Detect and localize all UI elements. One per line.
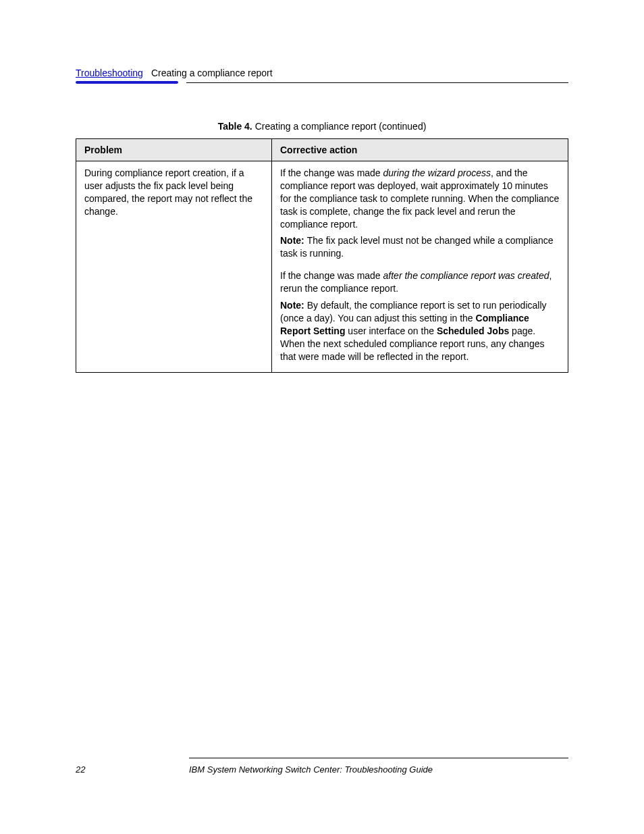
table-row: During compliance report creation, if a … [76, 161, 568, 373]
footer-doc-title: IBM System Networking Switch Center: Tro… [189, 764, 568, 775]
header-link[interactable]: Troubleshooting [76, 68, 143, 78]
th-problem: Problem [76, 139, 272, 161]
table-caption: Table 4. Creating a compliance report (c… [76, 121, 568, 132]
header-rule [76, 81, 568, 84]
table-header-row: Problem Corrective action [76, 139, 568, 161]
troubleshooting-table: Problem Corrective action During complia… [76, 138, 568, 373]
footer: 22 IBM System Networking Switch Center: … [76, 764, 568, 775]
footer-rule [189, 758, 568, 758]
th-action: Corrective action [272, 139, 568, 161]
black-rule [186, 82, 568, 83]
page-number: 22 [76, 764, 189, 775]
problem-cell: During compliance report creation, if a … [76, 161, 272, 373]
blue-rule [76, 81, 178, 84]
action-cell: If the change was made during the wizard… [272, 161, 568, 373]
header-section-title: Creating a compliance report [151, 68, 568, 78]
